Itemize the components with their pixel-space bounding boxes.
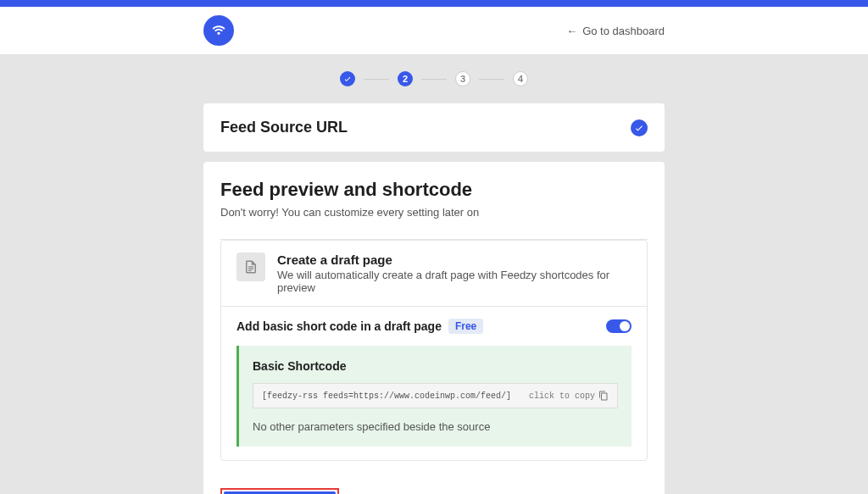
draft-header: Create a draft page We will automaticall… [221,241,647,307]
step-2[interactable]: 2 [398,71,413,86]
preview-title: Feed preview and shortcode [220,179,648,201]
shortcode-toggle[interactable] [606,319,632,333]
feed-source-title: Feed Source URL [220,119,348,136]
copy-hint-text: click to copy [529,391,595,401]
step-line [479,79,504,80]
stepper: 2 3 4 [203,71,665,86]
copy-icon [598,391,609,401]
feed-source-check [631,119,648,136]
header: ← Go to dashboard [0,7,868,54]
logo [203,15,234,46]
create-button-highlight: Create Page → [220,488,339,494]
check-icon [343,75,352,83]
step-3[interactable]: 3 [455,71,470,86]
shortcode-box: Basic Shortcode [feedzy-rss feeds=https:… [236,346,632,447]
preview-subtitle: Don't worry! You can customize every set… [220,206,648,219]
code-box[interactable]: [feedzy-rss feeds=https://www.codeinwp.c… [253,383,618,408]
step-line [364,79,389,80]
draft-title: Create a draft page [277,253,632,267]
step-1[interactable] [340,71,355,86]
draft-desc: We will automatically create a draft pag… [277,269,632,294]
wifi-icon [210,22,227,39]
shortcode-box-title: Basic Shortcode [253,359,618,373]
no-params-text: No other parameters specified beside the… [253,420,618,433]
free-badge: Free [448,319,483,334]
shortcode-code: [feedzy-rss feeds=https://www.codeinwp.c… [262,391,511,401]
dashboard-link-text: Go to dashboard [582,25,665,37]
arrow-left-icon: ← [566,25,577,37]
preview-card: Feed preview and shortcode Don't worry! … [203,162,665,494]
top-accent-bar [0,0,868,7]
shortcode-toggle-row: Add basic short code in a draft page Fre… [221,307,647,346]
check-icon [634,123,644,133]
feed-source-card: Feed Source URL [203,103,665,152]
draft-section: Create a draft page We will automaticall… [220,240,648,461]
dashboard-link[interactable]: ← Go to dashboard [566,25,665,37]
shortcode-row-label: Add basic short code in a draft page [236,319,442,333]
step-line [421,79,447,80]
step-4[interactable]: 4 [513,71,528,86]
document-icon [236,253,265,281]
copy-hint[interactable]: click to copy [529,391,609,401]
